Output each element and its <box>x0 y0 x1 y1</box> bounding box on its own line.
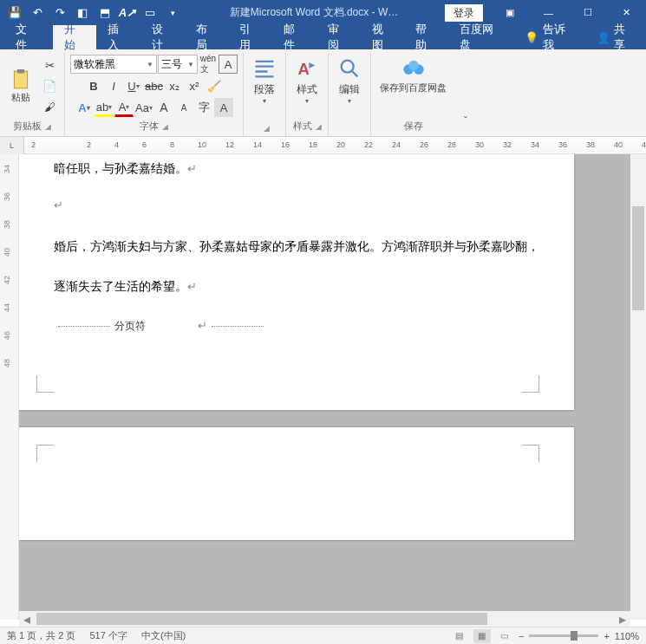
char-shading-button[interactable]: A <box>214 98 233 117</box>
bulb-icon: 💡 <box>525 31 538 44</box>
paste-button[interactable]: 粘贴 <box>5 65 36 107</box>
editing-button[interactable]: 编辑▾ <box>334 55 365 130</box>
clear-format-icon[interactable]: 🧹 <box>205 76 224 95</box>
shrink-font-button[interactable]: A <box>174 98 193 117</box>
tellme-label: 告诉我 <box>543 22 574 53</box>
ruler-corner[interactable]: L <box>0 137 24 154</box>
highlight-button[interactable]: ab▾ <box>95 98 114 117</box>
tab-baidu[interactable]: 百度网盘 <box>448 25 513 49</box>
grow-font-button[interactable]: A <box>154 98 173 117</box>
svg-rect-0 <box>14 71 27 88</box>
page-2 <box>19 427 574 540</box>
qat-icon-1[interactable]: ◧ <box>72 3 93 23</box>
status-pages[interactable]: 第 1 页，共 2 页 <box>7 629 75 642</box>
qat-more-icon[interactable]: ▾ <box>162 3 183 23</box>
zoom-in-button[interactable]: + <box>604 631 609 641</box>
scroll-right-icon[interactable]: ▸ <box>615 611 630 627</box>
zoom-slider[interactable] <box>529 634 598 637</box>
save-baidu-button[interactable]: 保存到百度网盘 <box>376 55 450 117</box>
vertical-ruler[interactable]: 3436384042444648 <box>0 154 19 620</box>
change-case-button[interactable]: Aa▾ <box>134 98 153 117</box>
horizontal-scrollbar[interactable]: ◂ ▸ <box>19 611 630 627</box>
view-read-icon[interactable]: ▤ <box>451 629 468 643</box>
status-words[interactable]: 517 个字 <box>89 629 127 642</box>
tab-tellme[interactable]: 💡告诉我 <box>513 25 585 49</box>
char-border-icon[interactable]: A <box>219 55 238 74</box>
bold-button[interactable]: B <box>84 76 103 95</box>
view-print-icon[interactable]: ▦ <box>473 629 491 643</box>
document-canvas[interactable]: 暗任职，与孙柔嘉结婚。↵ ↵ 婚后，方鸿渐夫妇与方家、孙柔嘉姑母家的矛盾暴露并激… <box>19 154 630 620</box>
copy-icon[interactable]: 📄 <box>40 76 59 95</box>
zoom-value[interactable]: 110% <box>615 631 639 641</box>
paragraph-launcher[interactable]: ◢ <box>264 124 270 133</box>
status-lang[interactable]: 中文(中国) <box>141 629 186 642</box>
tab-design[interactable]: 设计 <box>140 25 185 49</box>
tab-mail[interactable]: 邮件 <box>272 25 316 49</box>
margin-corner-tr <box>522 445 539 462</box>
paragraph-button[interactable]: 段落▾ <box>249 55 280 121</box>
tab-insert[interactable]: 插入 <box>96 25 140 49</box>
underline-button[interactable]: U▾ <box>124 76 143 95</box>
clipboard-launcher[interactable]: ◢ <box>45 122 51 131</box>
subscript-button[interactable]: x₂ <box>165 76 184 95</box>
font-launcher[interactable]: ◢ <box>162 122 168 131</box>
vertical-scroll-thumb[interactable] <box>632 206 644 310</box>
enclose-char-button[interactable]: 字 <box>194 98 213 117</box>
tab-ref[interactable]: 引用 <box>228 25 272 49</box>
redo-icon[interactable]: ↷ <box>49 3 70 23</box>
phonetic-icon[interactable]: wén文 <box>199 55 218 74</box>
qat-icon-2[interactable]: ⬒ <box>95 3 115 23</box>
vertical-scrollbar[interactable] <box>630 154 646 620</box>
view-web-icon[interactable]: ▭ <box>496 629 513 643</box>
tab-share[interactable]: 👤共享 <box>585 25 646 49</box>
doc-line-0[interactable]: 暗任职，与孙柔嘉结婚。↵ <box>54 158 197 179</box>
tab-home[interactable]: 开始 <box>53 25 97 49</box>
undo-icon[interactable]: ↶ <box>27 3 48 23</box>
save-group-label: 保存 <box>404 117 423 133</box>
strike-button[interactable]: abc <box>144 76 164 95</box>
font-size-select[interactable]: 三号▼ <box>158 55 198 74</box>
text-effects-button[interactable]: A▾ <box>75 98 94 117</box>
tab-file[interactable]: 文件 <box>0 25 53 49</box>
doc-line-1[interactable]: 婚后，方鸿渐夫妇与方家、孙柔嘉姑母家的矛盾暴露并激化。方鸿渐辞职并与孙柔嘉吵翻， <box>54 236 539 257</box>
editing-label: 编辑 <box>339 82 360 97</box>
save-icon[interactable]: 💾 <box>4 3 25 23</box>
doc-line-2[interactable]: 逐渐失去了生活的希望。↵ <box>54 276 197 297</box>
margin-corner-tl <box>36 445 54 462</box>
tab-layout[interactable]: 布局 <box>185 25 229 49</box>
tab-review[interactable]: 审阅 <box>316 25 361 49</box>
login-button[interactable]: 登录 <box>445 4 483 22</box>
qat-icon-4[interactable]: ▭ <box>140 3 160 23</box>
share-icon: 👤 <box>597 31 610 44</box>
margin-corner-br <box>522 375 539 393</box>
zoom-out-button[interactable]: − <box>519 631 524 641</box>
font-group-label: 字体 <box>140 120 159 133</box>
tab-view[interactable]: 视图 <box>361 25 405 49</box>
paste-label: 粘贴 <box>11 91 30 104</box>
svg-rect-1 <box>17 69 25 73</box>
tab-help[interactable]: 帮助 <box>404 25 448 49</box>
para-mark-1[interactable]: ↵ <box>54 194 63 216</box>
font-color-button[interactable]: A▾ <box>114 98 134 117</box>
format-painter-icon[interactable]: 🖌 <box>40 97 59 116</box>
page-break-marker[interactable]: 分页符↵ <box>54 319 268 334</box>
collapse-ribbon-icon[interactable]: ˇ <box>455 53 476 127</box>
styles-launcher[interactable]: ◢ <box>316 122 322 131</box>
page-1: 暗任职，与孙柔嘉结婚。↵ ↵ 婚后，方鸿渐夫妇与方家、孙柔嘉姑母家的矛盾暴露并激… <box>19 154 574 410</box>
scroll-left-icon[interactable]: ◂ <box>19 611 35 627</box>
share-label: 共享 <box>614 22 635 53</box>
svg-text:A: A <box>298 60 310 78</box>
styles-label: 样式 <box>297 82 317 97</box>
italic-button[interactable]: I <box>104 76 123 95</box>
paragraph-mark-icon: ↵ <box>187 162 197 175</box>
font-size-value: 三号 <box>161 57 182 72</box>
font-name-select[interactable]: 微软雅黑▼ <box>70 55 157 74</box>
save-baidu-label: 保存到百度网盘 <box>380 82 447 94</box>
styles-button[interactable]: A 样式▾ <box>291 55 323 117</box>
superscript-button[interactable]: x² <box>185 76 204 95</box>
horizontal-scroll-thumb[interactable] <box>36 613 487 625</box>
clipboard-label: 剪贴板 <box>13 120 42 133</box>
cut-icon[interactable]: ✂ <box>40 55 59 75</box>
horizontal-ruler[interactable]: 224681012141618202224262830323436384042 <box>24 139 646 153</box>
qat-icon-3[interactable]: A↗ <box>117 3 138 23</box>
